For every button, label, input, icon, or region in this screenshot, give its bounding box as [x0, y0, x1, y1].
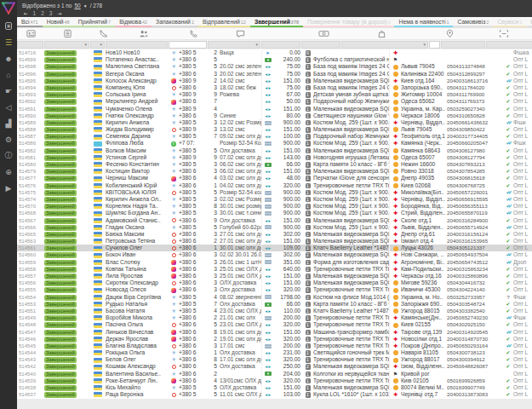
last-page-icon[interactable]: ⇥ — [57, 11, 61, 16]
table-row[interactable]: 514575ЗавершенийКВІТОВСЬКА ЮЛІЯ+380 55Ро… — [17, 189, 532, 196]
globe-icon[interactable]: ⊕ — [0, 164, 17, 180]
filter-flag[interactable]: ▼ — [90, 41, 105, 49]
table-row[interactable]: 514567ЗавершенийАдамовский Станис..+380 … — [17, 217, 532, 224]
megaphone-icon[interactable]: ◁ — [0, 99, 17, 115]
table-row[interactable]: 514551ЗавершенийБасова Наталя✳+380 5423.… — [17, 308, 532, 314]
filter-payment[interactable] — [301, 41, 340, 49]
col-ttn[interactable] — [475, 28, 532, 40]
table-row[interactable]: 514599ЗавершенийПотапенко Анастас..✳+380… — [17, 56, 532, 63]
table-row[interactable]: 514582ЗавершенийВолков Максим✳+380 55Олх… — [17, 147, 532, 154]
table-row[interactable]: 514537ЗавершенийРаца Вероніка+380 5511.0… — [17, 391, 532, 398]
video-icon[interactable]: ▶ — [0, 180, 17, 196]
stats-icon[interactable]: ▟ — [0, 115, 17, 131]
tab-6[interactable]: Відправлений12 — [198, 17, 250, 27]
table-row[interactable]: 514587ЗавершенийСеменюк Дарина✳+380 5709… — [17, 133, 532, 140]
filter-status[interactable]: ▼ — [44, 41, 89, 49]
col-phone[interactable] — [172, 28, 215, 40]
tab-8[interactable]: Повернення товару (в дорозі)0 — [303, 17, 394, 27]
table-row[interactable]: 514593ЗавершенийСольська Ірина✳+380 99Ро… — [17, 91, 532, 98]
tab-9[interactable]: Нема в наявності1 — [394, 17, 453, 27]
table-row[interactable]: 514579ЗавершенийКостицин Виктор✳+380 630… — [17, 168, 532, 175]
tab-10[interactable]: Самовивіз2 — [453, 17, 493, 27]
table-row[interactable]: 514553ЗавершенийРудько Наталья✳+380 57Ол… — [17, 301, 532, 308]
col-delivery[interactable] — [424, 28, 475, 40]
panel-icon[interactable]: ▣ — [0, 18, 17, 34]
filter-city[interactable] — [441, 41, 485, 49]
table-row[interactable]: 514574ЗавершенийКирилич Анжела Ол..✳+380… — [17, 196, 532, 203]
col-client[interactable] — [116, 28, 172, 40]
table-row[interactable]: 514561ЗавершенийСучилов Олег+380 6130.01… — [17, 245, 532, 251]
logo-icon[interactable] — [2, 2, 15, 14]
tab-5[interactable]: Запакований1 — [152, 17, 198, 27]
table-row[interactable]: 514544ЗавершенийРокіцька Ольга✳+380 61Ол… — [17, 349, 532, 356]
filter-ttn[interactable] — [486, 41, 532, 49]
table-row[interactable]: 514595ЗавершенийКолосок Александр+380 92… — [17, 78, 532, 84]
table-row[interactable]: 514581ЗавершенийУстинов Сергей✳+380 9907… — [17, 154, 532, 161]
table-row[interactable]: 514576ЗавершенийКобилинський Юрій✳+380 6… — [17, 182, 532, 189]
col-id[interactable] — [17, 28, 44, 40]
table-row[interactable]: 514545ЗавершенийБлагіна Владіслава+380 6… — [17, 343, 532, 349]
filter-product[interactable]: ▼ — [341, 41, 428, 49]
filter-comment[interactable]: ▼ — [208, 41, 260, 49]
tab-11[interactable]: Сервіси0 — [493, 17, 526, 27]
table-row[interactable]: 514590ЗавершенийГнатюк Олександр✳+380 69… — [17, 112, 532, 119]
table-row[interactable]: 514580ЗавершенийФесенко Константин✳+380 … — [17, 161, 532, 168]
info-icon[interactable]: ⓘ — [0, 147, 17, 164]
table-row[interactable]: 514591ЗавершенийЧумаченко Олена✳+380 94◄… — [17, 106, 532, 112]
table-row[interactable]: 514566ЗавершенийГладик Оксана✳+380 55Гол… — [17, 224, 532, 231]
table-row[interactable]: 514547ЗавершенийЛиньков Вячеслав+380 681… — [17, 329, 532, 336]
table-row[interactable]: 514589ЗавершенийКирилич Анжела✳+380 5312… — [17, 119, 532, 126]
table-row[interactable]: 514716ЗавершенийНов10 Нов10✳+380 52Выца➤… — [17, 49, 532, 56]
table-row[interactable]: 514570ЗавершенийКорнелюк Надія Та..✳+380… — [17, 203, 532, 210]
table-row[interactable]: 514548ЗавершенийПасічна Ольга+380 6523.0… — [17, 321, 532, 328]
tab-3[interactable]: Прийнятий7 — [74, 17, 115, 27]
table-row[interactable]: 514543ЗавершенийБелов Олег✳+380 6817.01 … — [17, 356, 532, 363]
table-row[interactable]: 514577ЗавершенийЧерниш Максим+380 6403.0… — [17, 175, 532, 181]
store-icon[interactable]: ⌂ — [0, 66, 17, 83]
per-page-dropdown[interactable]: 50 — [74, 3, 80, 9]
table-row[interactable]: 514549ЗавершенийВоробйов Микола✳+380 622… — [17, 314, 532, 321]
filter-city-input[interactable] — [429, 41, 440, 49]
table-row[interactable]: 514546ЗавершенийДеркач Ярослав+380 6219.… — [17, 336, 532, 343]
page-2[interactable]: 2 — [41, 10, 44, 16]
users-icon[interactable]: ☻ — [0, 50, 17, 66]
table-row[interactable]: 514538ЗавершенийКісь Михайло✳+380 55ОЛХ … — [17, 384, 532, 391]
table-row[interactable]: 514555ЗавершенийНовосад Олеся+380 63Олх … — [17, 286, 532, 293]
page-1[interactable]: 1 — [33, 10, 37, 16]
settings-icon[interactable]: ⚙ — [0, 131, 17, 147]
hand-icon[interactable]: ☛ — [0, 83, 17, 99]
tab-7[interactable]: Завершений278 — [250, 17, 303, 27]
col-callback[interactable] — [90, 28, 116, 40]
table-row[interactable]: 514565ЗавершенийБаюка Максим+380 6327.01… — [17, 231, 532, 238]
col-payment[interactable] — [308, 28, 339, 40]
filter-gap[interactable] — [261, 41, 300, 49]
table-row[interactable]: 514592ЗавершенийМерклингер Андрей+380 67… — [17, 98, 532, 105]
table-row[interactable]: 514588ЗавершенийЖидак Володимир+380 9313… — [17, 126, 532, 133]
table-row[interactable]: 514596ЗавершенийВегера Оксана✳+380 6320.… — [17, 71, 532, 78]
table-row[interactable]: 514563ЗавершенийПетровська Тетяна+380 62… — [17, 238, 532, 245]
table-row[interactable]: 514554ЗавершенийДацюк Віра Сергіївна✳+38… — [17, 294, 532, 301]
filter-name[interactable] — [106, 41, 168, 49]
tab-4[interactable]: Відмова42 — [115, 17, 152, 27]
table-row[interactable]: 514586ЗавершенийФіліпова Люба✆+7 07:Розм… — [17, 140, 532, 147]
tab-1[interactable]: Всі471 — [17, 17, 43, 27]
table-row[interactable]: 514559ЗавершенийВлас Слотюу+380 6326.01 … — [17, 259, 532, 266]
filter-id[interactable] — [17, 41, 43, 49]
table-row[interactable]: 514568ЗавершенийШумляс Богдана Ан..✳+380… — [17, 210, 532, 216]
col-comment[interactable] — [215, 28, 266, 40]
table-row[interactable]: 514540ЗавершенийВалентина Василье..✳+380… — [17, 371, 532, 377]
table-row[interactable]: 514542ЗавершенийКошмак Александр+380 65О… — [17, 363, 532, 370]
table-row[interactable]: 514598ЗавершенийМалютина Светлана✳+380 5… — [17, 63, 532, 70]
col-products[interactable] — [339, 28, 424, 40]
filter-phone-input[interactable] — [169, 41, 207, 49]
table-row[interactable]: 514556ЗавершенийСиротюк Олександр+380 63… — [17, 279, 532, 286]
table-row[interactable]: 514594ЗавершенийКомпанец Юля+380 6318.02… — [17, 84, 532, 91]
table-row[interactable]: 514539ЗавершенийРоке-Бетанкурт Лін..+380… — [17, 377, 532, 384]
tab-12[interactable]: В дорозі додому0 — [526, 17, 532, 27]
orders-icon[interactable]: ☰ — [0, 34, 17, 50]
col-status[interactable] — [44, 28, 90, 40]
chevron-down-icon[interactable]: ▼ — [83, 3, 88, 9]
table-row[interactable]: 514557ЗавершенийЛила Ярослав+380 6325.01… — [17, 273, 532, 279]
page-3[interactable]: 3 — [49, 10, 53, 16]
tab-2[interactable]: Новий48 — [43, 17, 74, 27]
